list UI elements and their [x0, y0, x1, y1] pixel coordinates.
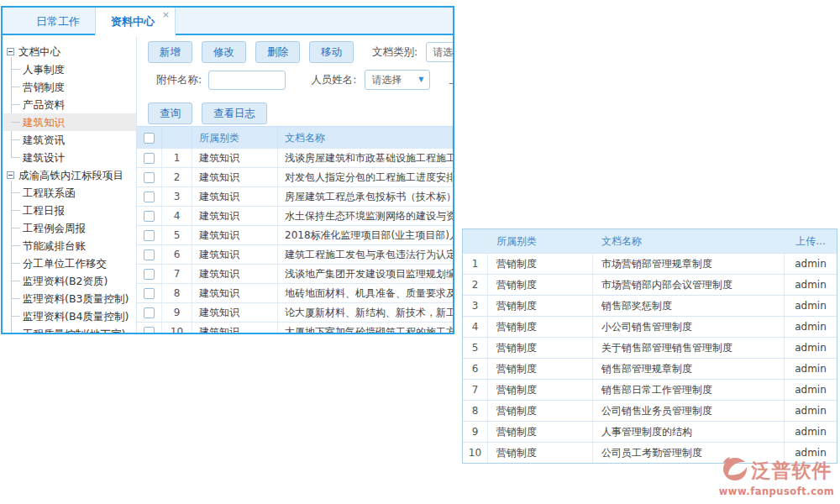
- tree-root-item[interactable]: 文档中心: [3, 43, 136, 60]
- tree-item[interactable]: 监理资料(B3质量控制): [3, 290, 136, 307]
- tree-item[interactable]: 监理资料(B4质量控制): [3, 307, 136, 325]
- row-name-cell: 水土保持生态环境监测网络的建设与资...: [278, 207, 453, 225]
- row-checkbox[interactable]: [144, 327, 155, 333]
- table-row[interactable]: 6建筑知识建筑工程施工发包与承包违法行为认定...: [137, 245, 453, 265]
- collapse-icon[interactable]: [7, 171, 14, 179]
- table-row[interactable]: 9建筑知识论大厦新材料、新结构、新技术，新工...: [137, 303, 453, 323]
- delete-button[interactable]: 删除: [255, 41, 300, 63]
- row-num-cell: 6: [463, 359, 488, 379]
- tree-item[interactable]: 工程联系函: [3, 184, 136, 202]
- row-checkbox[interactable]: [144, 192, 155, 202]
- close-icon[interactable]: ×: [162, 10, 170, 19]
- row-num-cell: 10: [162, 323, 192, 333]
- table-row[interactable]: 8建筑知识地砖地面材料、机具准备、质量要求及...: [137, 284, 453, 303]
- row-checkbox[interactable]: [144, 230, 155, 241]
- doc-category-select[interactable]: 请选择 ▼: [426, 42, 453, 62]
- row-category-cell: 建筑知识: [192, 168, 278, 186]
- row-name-cell: 浅谈房屋建筑和市政基础设施工程施工...: [278, 149, 453, 167]
- collapse-icon[interactable]: [7, 48, 14, 55]
- row-uploader-cell: admin: [785, 422, 837, 442]
- row-checkbox[interactable]: [144, 288, 155, 299]
- fanpu-logo: 泛普软件 www.fanpusoft.com: [716, 456, 837, 497]
- table-row[interactable]: 7建筑知识浅谈地产集团开发建设项目监理规划编...: [137, 265, 453, 284]
- table-row[interactable]: 5营销制度关于销售部管理销售管理制度admin: [463, 337, 837, 358]
- row-check-cell: [137, 187, 162, 206]
- table-row[interactable]: 1建筑知识浅谈房屋建筑和市政基础设施工程施工...: [137, 149, 453, 168]
- row-checkbox[interactable]: [144, 249, 155, 260]
- tree-children: 人事制度营销制度产品资料建筑知识建筑资讯建筑设计: [3, 60, 136, 166]
- table-row[interactable]: 7营销制度销售部日常工作管理制度admin: [463, 379, 837, 400]
- tab-data-center[interactable]: 资料中心 ×: [95, 8, 176, 35]
- row-checkbox[interactable]: [144, 153, 155, 164]
- view-log-button[interactable]: 查看日志: [202, 102, 267, 124]
- row-name-cell: 市场营销部内部会议管理制度: [593, 275, 785, 295]
- table-row[interactable]: 3营销制度销售部奖惩制度admin: [463, 295, 837, 316]
- move-button[interactable]: 移动: [309, 41, 354, 63]
- row-category-cell: 营销制度: [488, 359, 593, 379]
- select-all-checkbox[interactable]: [144, 133, 155, 144]
- left-table-header: 所属别类 文档名称: [137, 126, 453, 149]
- header-name-cell: 文档名称: [593, 229, 785, 253]
- tree-item[interactable]: 建筑设计: [3, 149, 136, 166]
- tree-group-1: 成渝高铁内江标段项目工程联系函工程日报工程例会周报节能减排台账分工单位工作移交监…: [3, 166, 136, 333]
- row-num-cell: 9: [162, 303, 192, 322]
- person-name-select[interactable]: 请选择 ▼: [365, 70, 430, 90]
- row-name-cell: 大厦地下室加气砼墙砌筑工程的施工方...: [278, 323, 453, 333]
- tree-item[interactable]: 营销制度: [3, 78, 136, 96]
- table-row[interactable]: 10建筑知识大厦地下室加气砼墙砌筑工程的施工方...: [137, 323, 453, 333]
- row-check-cell: [137, 207, 162, 225]
- row-num-cell: 8: [162, 284, 192, 302]
- tree-item[interactable]: 节能减排台账: [3, 237, 136, 255]
- tab-daily-work-label: 日常工作: [36, 15, 80, 28]
- document-center-window: 日常工作 资料中心 × 文档中心人事制度营销制度产品资料建筑知识建筑资讯建筑设计…: [1, 6, 454, 334]
- tree-item[interactable]: 工程质量控制(地下室): [3, 325, 136, 333]
- row-checkbox[interactable]: [144, 307, 155, 318]
- tree-item[interactable]: 建筑资讯: [3, 131, 136, 149]
- table-row[interactable]: 9营销制度人事管理制度的结构admin: [463, 421, 837, 442]
- row-checkbox[interactable]: [144, 269, 155, 280]
- row-check-cell: [137, 265, 162, 283]
- row-category-cell: 营销制度: [488, 317, 593, 337]
- tree-item[interactable]: 分工单位工作移交: [3, 255, 136, 272]
- header-category-cell: 所属别类: [192, 127, 278, 149]
- table-row[interactable]: 6营销制度销售部管理规章制度admin: [463, 358, 837, 379]
- table-row[interactable]: 2营销制度市场营销部内部会议管理制度admin: [463, 274, 837, 295]
- query-button[interactable]: 查询: [148, 102, 192, 124]
- table-row[interactable]: 8营销制度公司销售业务员管理制度admin: [463, 400, 837, 421]
- row-name-cell: 关于销售部管理销售管理制度: [593, 338, 785, 358]
- table-row[interactable]: 4建筑知识水土保持生态环境监测网络的建设与资...: [137, 207, 453, 226]
- tree-item[interactable]: 工程日报: [3, 202, 136, 219]
- row-category-cell: 营销制度: [488, 401, 593, 421]
- row-num-cell: 9: [463, 422, 488, 442]
- tree-root-item[interactable]: 成渝高铁内江标段项目: [3, 166, 136, 184]
- add-button[interactable]: 新增: [148, 41, 192, 63]
- table-row[interactable]: 1营销制度市场营销部管理规章制度admin: [463, 253, 837, 274]
- tree-item[interactable]: 产品资料: [3, 96, 136, 113]
- tab-daily-work[interactable]: 日常工作: [21, 8, 95, 34]
- row-category-cell: 建筑知识: [192, 284, 278, 302]
- table-row[interactable]: 3建筑知识房屋建筑工程总承包投标书（技术标）...: [137, 187, 453, 207]
- row-checkbox[interactable]: [144, 172, 155, 183]
- table-row[interactable]: 5建筑知识2018标准化监理项目部(业主项目部)人员...: [137, 226, 453, 245]
- row-uploader-cell: admin: [785, 401, 837, 421]
- tree-item[interactable]: 监理资料(B2资质): [3, 272, 136, 290]
- row-category-cell: 营销制度: [488, 254, 593, 274]
- tree-item[interactable]: 人事制度: [3, 60, 136, 78]
- row-checkbox[interactable]: [144, 211, 155, 222]
- fanpu-url-text: www.fanpusoft.com: [716, 486, 837, 497]
- row-name-cell: 公司销售业务员管理制度: [593, 401, 785, 421]
- table-row[interactable]: 2建筑知识对发包人指定分包的工程施工进度安排...: [137, 168, 453, 187]
- person-name-label: 人员姓名:: [311, 73, 356, 87]
- screen: 日常工作 资料中心 × 文档中心人事制度营销制度产品资料建筑知识建筑资讯建筑设计…: [0, 0, 840, 504]
- header-category-cell: 所属别类: [488, 229, 593, 253]
- attachment-name-label: 附件名称:: [156, 73, 202, 87]
- attachment-name-input[interactable]: [208, 71, 286, 90]
- table-row[interactable]: 4营销制度小公司销售管理制度admin: [463, 316, 837, 337]
- row-num-cell: 3: [463, 296, 488, 316]
- row-num-cell: 3: [162, 187, 192, 206]
- tree-item[interactable]: 建筑知识: [3, 113, 136, 131]
- header-uploader-cell: 上传...: [785, 229, 837, 253]
- modify-button[interactable]: 修改: [202, 41, 246, 63]
- row-num-cell: 4: [162, 207, 192, 225]
- tree-item[interactable]: 工程例会周报: [3, 219, 136, 237]
